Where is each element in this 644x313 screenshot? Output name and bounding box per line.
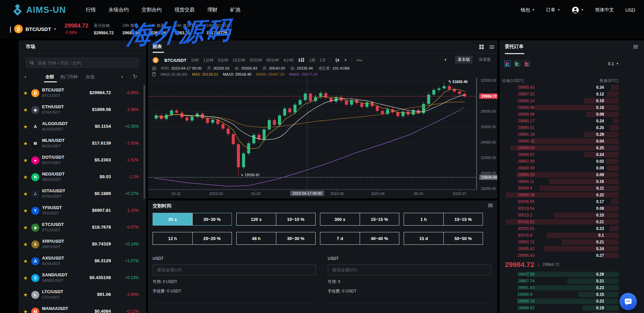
brand-logo[interactable]: AIMS-UN — [12, 4, 66, 15]
nav-item-5[interactable]: 理财 — [207, 7, 217, 13]
pair-selector[interactable]: ₿ BTC/USDT ▼ — [14, 25, 56, 33]
delivery-menu-icon[interactable] — [488, 203, 493, 208]
ask-row[interactable]: 29988.140.19 — [502, 97, 619, 104]
ask-row[interactable]: 29990.530.09 — [502, 171, 619, 178]
delivery-option-120s[interactable]: 120 s10~10 % — [236, 213, 316, 226]
delivery-pct-cell[interactable]: 30~30 % — [192, 213, 232, 225]
timeframe-4小时[interactable]: 4小时 — [283, 57, 294, 63]
favorite-star-icon[interactable]: ★ — [23, 241, 28, 247]
ask-row[interactable]: 29995.430.27 — [502, 252, 619, 259]
bid-row[interactable]: 29991.830.23 — [502, 284, 619, 291]
list-item-eth[interactable]: ★◆ETH/USDTETH/USDT$1899.08-1.48% — [18, 102, 146, 118]
delivery-pct-cell[interactable]: 30~30 % — [276, 232, 316, 244]
bid-row[interactable]: 29987.590.29 — [502, 271, 619, 278]
candlestick-chart-icon[interactable] — [335, 58, 340, 63]
ask-row[interactable]: 29998.360.22 — [502, 192, 619, 198]
ask-row[interactable]: 29988.970.24 — [502, 151, 619, 158]
chevron-down-icon[interactable]: ▼ — [444, 58, 447, 62]
list-item-iota[interactable]: ★∴IOTA/USDTIOTA/USDT$0.1889+0.27% — [18, 186, 146, 202]
ask-row[interactable]: 29989.090.25 — [502, 145, 619, 151]
timeframe-5分钟[interactable]: 5分钟 — [218, 57, 228, 63]
delivery-time-cell[interactable]: 1 h — [404, 213, 443, 225]
bid-row[interactable]: 29987.740.21 — [502, 278, 619, 284]
list-item-axs[interactable]: ★AAXS/USDTAXS/USDT$6.3129+1.07% — [18, 253, 146, 270]
delivery-option-7d[interactable]: 7 d40~40 % — [320, 232, 399, 245]
delivery-time-cell[interactable]: 30 s — [153, 213, 192, 225]
orderbook-view-both-icon[interactable] — [504, 61, 511, 67]
favorite-star-icon[interactable]: ★ — [23, 174, 28, 180]
ask-row[interactable]: 29987.320.12 — [502, 91, 619, 97]
layout-grid-icon[interactable] — [479, 44, 484, 49]
sidebar-scrollbar[interactable] — [144, 85, 145, 199]
nav-item-2[interactable]: 永续合约 — [109, 7, 129, 13]
list-item-mln[interactable]: ★MMLN/USDTMLN/USDT$17.6139-1.65% — [18, 135, 146, 152]
list-item-mana[interactable]: ★MMANA/USDTMANA/USDT$0.4084-0.12% — [18, 303, 146, 313]
list-item-sand[interactable]: ★SSAND/USDTSAND/USDT$0.435108+0.13% — [18, 270, 146, 286]
favorite-star-icon[interactable]: ★ — [23, 157, 28, 163]
delivery-time-cell[interactable]: 15 d — [404, 232, 443, 244]
favorite-star-icon[interactable]: ★ — [23, 292, 28, 298]
ask-row[interactable]: 29991.190.29 — [502, 131, 619, 138]
nav-item-6[interactable]: 矿池 — [230, 7, 240, 13]
chat-support-button[interactable] — [619, 293, 637, 310]
delivery-pct-cell[interactable]: 20~20 % — [192, 232, 232, 244]
chevron-left-icon[interactable]: ‹ — [25, 74, 26, 79]
ask-row[interactable]: 30016.80.1 — [502, 232, 619, 239]
list-item-yfi[interactable]: ★YYFI/USDTYFI/USDT$6907.81-1.15% — [18, 202, 146, 219]
ask-row[interactable]: 29988.980.18 — [502, 104, 619, 111]
candlestick-chart[interactable]: ↳ 19558.40↰ 31800.46 — [148, 78, 497, 192]
ask-row[interactable]: 29990.320.04 — [502, 138, 619, 145]
ask-row[interactable]: 29992.390.02 — [502, 158, 619, 165]
refresh-icon[interactable]: ↻ — [133, 73, 137, 80]
timeframe-1周[interactable]: 1周 — [309, 57, 315, 63]
delivery-pct-cell[interactable]: 15~15 % — [443, 213, 483, 225]
amount-input-right[interactable] — [328, 264, 491, 275]
favorite-star-icon[interactable]: ★ — [23, 124, 28, 130]
timeframe-15分钟[interactable]: 15分钟 — [233, 57, 245, 63]
delivery-time-cell[interactable]: 300 s — [320, 213, 360, 225]
bid-row[interactable]: 29992.450.2 — [502, 311, 619, 313]
orderbook-view-asks-icon[interactable] — [524, 61, 530, 67]
delivery-time-cell[interactable]: 120 s — [237, 213, 276, 225]
bid-row[interactable]: 29990.740.23 — [502, 298, 619, 305]
ask-row[interactable]: 30009.90.11 — [502, 185, 619, 192]
tab-chart[interactable]: 图表 — [153, 44, 162, 50]
timeframe-1日[interactable]: 1日 — [298, 57, 305, 63]
market-tab-3[interactable]: 自选 — [86, 74, 94, 80]
timeframe-分时[interactable]: 分时 — [191, 57, 199, 63]
nav-item-4[interactable]: 现货交易 — [174, 7, 195, 13]
account-menu[interactable]: ▼ — [572, 6, 584, 14]
ask-row[interactable]: 29985.830.34 — [502, 84, 619, 91]
delivery-time-cell[interactable]: 12 h — [153, 232, 192, 244]
line-chart-icon[interactable] — [356, 58, 362, 62]
favorite-star-icon[interactable]: ★ — [23, 191, 28, 197]
delivery-option-300s[interactable]: 300 s15~15 % — [320, 213, 399, 226]
ask-row[interactable]: 29990.510.25 — [502, 124, 619, 131]
list-item-etc[interactable]: ★◆ETC/USDTETC/USDT$18.7678-0.57% — [18, 219, 146, 236]
currency-selector[interactable]: USD — [625, 7, 635, 13]
ask-row[interactable]: 29989.390.09 — [502, 165, 619, 171]
bid-row[interactable]: 29990.90.15 — [502, 291, 619, 298]
favorite-star-icon[interactable]: ★ — [23, 225, 28, 231]
ask-row[interactable]: 30028.910.21 — [502, 219, 619, 225]
chevron-right-icon[interactable]: › — [121, 74, 123, 79]
language-selector[interactable]: 简体中文 — [595, 7, 614, 13]
delivery-option-15d[interactable]: 15 d50~50 % — [404, 232, 483, 245]
market-tab-1[interactable]: 全部 — [45, 74, 54, 80]
ask-row[interactable]: 29990.170.24 — [502, 118, 619, 124]
delivery-time-cell[interactable]: 7 d — [320, 232, 360, 244]
view-depth-button[interactable]: 深度图 — [476, 56, 493, 64]
timeframe-60分钟[interactable]: 60分钟 — [267, 57, 279, 63]
wallet-menu[interactable]: 钱包▼ — [521, 7, 535, 13]
ask-row[interactable]: 29995.420.24 — [502, 245, 619, 252]
delivery-option-30s[interactable]: 30 s30~30 % — [153, 213, 232, 226]
delivery-time-cell[interactable]: 48 h — [237, 232, 276, 244]
delivery-pct-cell[interactable]: 10~10 % — [276, 213, 316, 225]
favorite-star-icon[interactable]: ★ — [23, 90, 28, 96]
orderbook-view-bids-icon[interactable] — [514, 61, 520, 67]
search-box[interactable] — [26, 58, 139, 68]
favorite-star-icon[interactable]: ★ — [23, 107, 28, 113]
list-item-algo[interactable]: ★AALGO/USDTALGO/USDT$0.1154+0.35% — [18, 118, 146, 135]
list-item-dot[interactable]: ★●DOT/USDTDOT/USDT$5.2303-1.52% — [18, 152, 146, 169]
ask-row[interactable]: 30019.540.08 — [502, 205, 619, 212]
